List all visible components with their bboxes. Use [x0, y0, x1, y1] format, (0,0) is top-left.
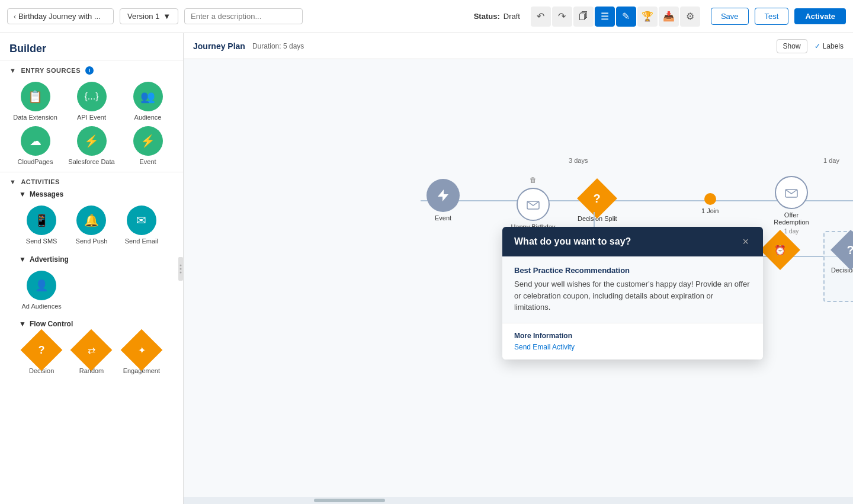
cloudpages-item[interactable]: ☁ CloudPages	[9, 126, 61, 166]
salesforce-data-item[interactable]: ⚡ Salesforce Data	[66, 126, 117, 166]
lower-clock-node[interactable]: ⏰	[766, 236, 794, 264]
decision-split-2-node[interactable]: ? Decision Split	[831, 236, 853, 274]
test-button[interactable]: Test	[755, 8, 789, 25]
messages-toggle[interactable]: ▼ Messages	[19, 190, 164, 198]
api-event-item[interactable]: {...} API Event	[66, 82, 117, 121]
flow-control-subsection: ▼ Flow Control ? Decision ⇄ Random	[9, 315, 174, 380]
audience-item[interactable]: 👥 Audience	[122, 82, 174, 121]
decision-split-1-diamond: ?	[577, 178, 617, 219]
horizontal-scrollbar[interactable]	[184, 497, 853, 504]
toolbar-icons: ↶ ↷ 🗍 ☰ ✎ 🏆 📥 ⚙	[531, 7, 700, 27]
send-sms-icon: 📱	[27, 206, 56, 235]
event-circle	[426, 179, 460, 212]
advertising-subsection: ▼ Advertising 👤 Ad Audiences	[9, 251, 174, 315]
cloudpages-label: CloudPages	[18, 158, 53, 166]
description-input[interactable]	[184, 8, 303, 24]
audience-icon: 👥	[133, 82, 163, 111]
activities-section: ▼ ACTIVITIES ▼ Messages 📱 Send SMS 🔔 Sen	[0, 172, 183, 386]
version-button[interactable]: Version 1 ▼	[120, 8, 178, 24]
offer-redemption-label: Offer Redemption	[768, 211, 815, 226]
sidebar-resize-handle[interactable]	[178, 257, 183, 281]
join-label: 1 Join	[701, 207, 719, 214]
decision-split-1-node[interactable]: ? Decision Split	[578, 184, 617, 222]
engagement-icon: ✦	[120, 329, 162, 371]
activities-toggle[interactable]: ▼ ACTIVITIES	[9, 178, 174, 185]
advertising-label: Advertising	[30, 255, 69, 264]
save-button[interactable]: Save	[711, 8, 749, 25]
event-item[interactable]: ⚡ Event	[122, 126, 174, 166]
engagement-item[interactable]: ✦ Engagement	[119, 335, 164, 375]
export-button[interactable]: 📥	[659, 7, 679, 27]
svg-point-1	[180, 268, 182, 269]
undo-button[interactable]: ↶	[531, 7, 551, 27]
canvas-area: Journey Plan Duration: 5 days Show ✓ Lab…	[184, 33, 853, 504]
check-icon: ✓	[814, 42, 820, 50]
event-node[interactable]: Event	[426, 179, 460, 221]
tooltip-rec-text: Send your well wishes for the customer's…	[514, 278, 751, 313]
data-extension-item[interactable]: 📋 Data Extension	[9, 82, 61, 121]
tooltip-header: What do you want to say? ×	[502, 227, 763, 256]
send-email-item[interactable]: ✉ Send Email	[119, 206, 164, 245]
tooltip-body: Best Practice Recommendation Send your w…	[502, 256, 763, 323]
scrollbar-thumb[interactable]	[314, 499, 385, 502]
back-chevron-icon: ‹	[14, 12, 16, 21]
svg-marker-3	[438, 190, 448, 201]
tooltip-link[interactable]: Send Email Activity	[514, 343, 575, 351]
send-push-icon: 🔔	[76, 206, 106, 235]
trash-icon[interactable]: 🗑	[530, 176, 537, 184]
tooltip-close-button[interactable]: ×	[740, 236, 751, 247]
tooltip-more-label: More Information	[514, 332, 751, 340]
journey-canvas[interactable]: Event 🗑 Happy Birthday ✎ 3 days ?	[184, 59, 853, 497]
ad-audiences-icon: 👤	[27, 271, 56, 300]
three-days-label: 3 days	[569, 157, 588, 164]
ad-audiences-item[interactable]: 👤 Ad Audiences	[19, 271, 64, 310]
offer-redemption-node[interactable]: Offer Redemption 1 day	[768, 176, 815, 235]
send-sms-label: Send SMS	[26, 237, 57, 245]
messages-label: Messages	[30, 190, 63, 198]
labels-label: Labels	[823, 42, 844, 50]
salesforce-data-icon: ⚡	[77, 126, 107, 156]
data-extension-label: Data Extension	[13, 114, 57, 121]
activities-arrow-icon: ▼	[9, 178, 16, 185]
ad-audiences-label: Ad Audiences	[22, 303, 62, 310]
activities-label: ACTIVITIES	[21, 178, 60, 185]
entry-sources-info-icon: i	[85, 66, 94, 75]
labels-check: ✓ Labels	[814, 42, 844, 50]
flow-control-arrow-icon: ▼	[19, 320, 26, 328]
sidebar-title: Builder	[0, 33, 183, 60]
flow-control-label: Flow Control	[30, 320, 73, 328]
status-area: Status: Draft	[474, 12, 520, 21]
data-extension-icon: 📋	[21, 82, 50, 111]
settings-button[interactable]: ⚙	[680, 7, 700, 27]
copy-button[interactable]: 🗍	[573, 7, 594, 27]
redo-button[interactable]: ↷	[552, 7, 572, 27]
tooltip-popup: What do you want to say? × Best Practice…	[502, 227, 763, 359]
offer-redemption-circle	[775, 176, 808, 209]
api-event-icon: {...}	[77, 82, 107, 111]
show-button[interactable]: Show	[777, 39, 807, 53]
random-item[interactable]: ⇄ Random	[69, 335, 114, 375]
offer-redemption-sublabel: 1 day	[784, 228, 799, 235]
version-arrow-icon: ▼	[163, 12, 171, 21]
decision-split-2-diamond: ?	[830, 230, 853, 270]
advertising-toggle[interactable]: ▼ Advertising	[19, 255, 164, 264]
join-dot-node[interactable]: 1 Join	[701, 193, 719, 214]
status-value: Draft	[504, 12, 520, 21]
flow-control-toggle[interactable]: ▼ Flow Control	[19, 320, 164, 328]
lower-clock-diamond: ⏰	[760, 230, 800, 270]
svg-point-2	[180, 271, 182, 273]
sidebar: Builder ▼ ENTRY SOURCES i 📋 Data Extensi…	[0, 33, 184, 504]
audience-label: Audience	[134, 114, 162, 121]
decision-item[interactable]: ? Decision	[19, 335, 64, 375]
activate-button[interactable]: Activate	[794, 8, 846, 24]
entry-sources-toggle[interactable]: ▼ ENTRY SOURCES i	[9, 66, 174, 75]
happy-birthday-circle	[517, 188, 550, 221]
send-sms-item[interactable]: 📱 Send SMS	[19, 206, 64, 245]
send-push-item[interactable]: 🔔 Send Push	[69, 206, 114, 245]
trophy-button[interactable]: 🏆	[637, 7, 658, 27]
back-button[interactable]: ‹ Birthday Journey with ...	[7, 8, 114, 24]
flow-control-grid: ? Decision ⇄ Random ✦ Engag	[19, 335, 164, 375]
filter-button[interactable]: ☰	[595, 7, 615, 27]
edit-mode-button[interactable]: ✎	[616, 7, 636, 27]
canvas-title: Journey Plan	[193, 41, 245, 51]
